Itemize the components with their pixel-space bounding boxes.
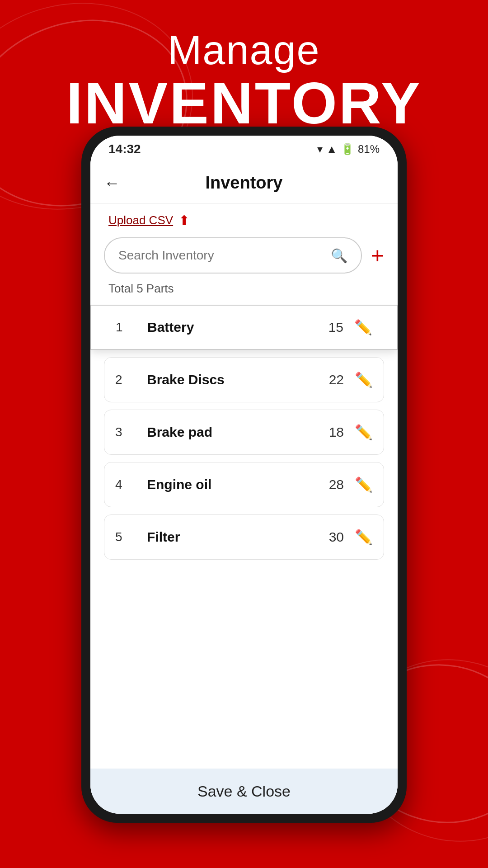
status-bar: 14:32 ▾ ▲ 🔋 81% (90, 136, 398, 163)
upload-csv-link[interactable]: Upload CSV (108, 213, 173, 227)
inventory-item-2[interactable]: 2 Brake Discs 22 ✏️ (104, 357, 384, 402)
inventory-list: 1 Battery 15 ✏️ 2 Brake Discs 22 ✏️ 3 Br… (90, 305, 398, 769)
upload-row: Upload CSV ⬆ (90, 203, 398, 233)
search-container: 🔍 (104, 237, 362, 274)
add-button[interactable]: + (371, 244, 384, 267)
item-name-4: Engine oil (138, 477, 329, 492)
manage-label: Manage (0, 27, 488, 74)
item-name-3: Brake pad (138, 425, 329, 440)
phone-screen: 14:32 ▾ ▲ 🔋 81% ← Inventory Upload CSV ⬆ (90, 136, 398, 814)
inventory-item-1[interactable]: 1 Battery 15 ✏️ (90, 305, 398, 350)
save-close-button[interactable]: Save & Close (90, 769, 398, 814)
item-number-4: 4 (115, 477, 138, 492)
content-area: Upload CSV ⬆ 🔍 + Total 5 Parts 1 Battery (90, 203, 398, 814)
edit-icon-4[interactable]: ✏️ (355, 476, 373, 493)
wifi-icon: ▾ (317, 143, 323, 156)
signal-icon: ▲ (326, 143, 337, 156)
inventory-label: INVENTORY (0, 74, 488, 132)
item-count-4: 28 (329, 477, 344, 492)
item-number-5: 5 (115, 530, 138, 544)
app-bar: ← Inventory (90, 163, 398, 203)
edit-icon-3[interactable]: ✏️ (355, 424, 373, 441)
item-number-1: 1 (116, 320, 138, 335)
item-number-2: 2 (115, 373, 138, 387)
item-name-2: Brake Discs (138, 372, 329, 387)
search-row: 🔍 + (90, 233, 398, 278)
upload-icon[interactable]: ⬆ (178, 212, 190, 228)
item-count-2: 22 (329, 372, 344, 387)
item-count-5: 30 (329, 529, 344, 545)
search-icon: 🔍 (331, 248, 347, 264)
save-close-label: Save & Close (197, 783, 291, 800)
item-count-1: 15 (328, 320, 343, 335)
status-icons: ▾ ▲ 🔋 81% (317, 143, 380, 156)
total-parts: Total 5 Parts (90, 278, 398, 305)
edit-icon-1[interactable]: ✏️ (354, 319, 372, 336)
edit-icon-5[interactable]: ✏️ (355, 528, 373, 546)
item-count-3: 18 (329, 425, 344, 440)
edit-icon-2[interactable]: ✏️ (355, 371, 373, 388)
inventory-item-5[interactable]: 5 Filter 30 ✏️ (104, 514, 384, 560)
inventory-item-4[interactable]: 4 Engine oil 28 ✏️ (104, 462, 384, 507)
item-name-1: Battery (138, 320, 328, 335)
phone-frame: 14:32 ▾ ▲ 🔋 81% ← Inventory Upload CSV ⬆ (81, 127, 407, 823)
back-button[interactable]: ← (104, 174, 120, 193)
item-name-5: Filter (138, 529, 329, 545)
battery-percent: 81% (358, 143, 380, 156)
inventory-item-3[interactable]: 3 Brake pad 18 ✏️ (104, 410, 384, 455)
item-number-3: 3 (115, 425, 138, 439)
status-time: 14:32 (108, 142, 141, 156)
battery-icon: 🔋 (341, 143, 354, 156)
header-section: Manage INVENTORY (0, 27, 488, 132)
search-input[interactable] (118, 248, 331, 263)
page-title: Inventory (205, 173, 282, 193)
